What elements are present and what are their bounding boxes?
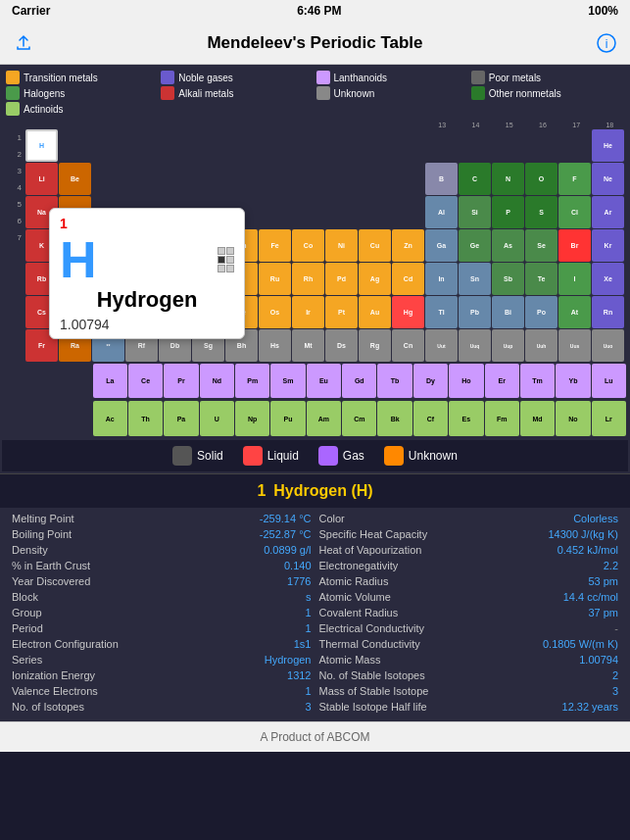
element-Po[interactable]: Po bbox=[525, 296, 557, 328]
element-Dy[interactable]: Dy bbox=[413, 364, 448, 398]
element-Sn[interactable]: Sn bbox=[459, 263, 491, 295]
element-Es[interactable]: Es bbox=[449, 401, 483, 435]
element-At[interactable]: At bbox=[558, 296, 591, 328]
element-Li[interactable]: Li bbox=[25, 163, 58, 195]
element-No[interactable]: No bbox=[556, 401, 590, 435]
element-U[interactable]: U bbox=[200, 401, 234, 435]
element-C[interactable]: C bbox=[459, 163, 491, 195]
element-Tb[interactable]: Tb bbox=[377, 364, 412, 398]
element-As[interactable]: As bbox=[492, 229, 524, 262]
element-Pu[interactable]: Pu bbox=[270, 401, 305, 435]
element-He[interactable]: He bbox=[592, 129, 624, 162]
element-P[interactable]: P bbox=[492, 196, 524, 228]
element-B[interactable]: B bbox=[425, 163, 458, 195]
element-Md[interactable]: Md bbox=[520, 401, 555, 435]
element-Pt[interactable]: Pt bbox=[325, 296, 358, 328]
element-Uuh[interactable]: Uuh bbox=[525, 329, 557, 362]
element-Cd[interactable]: Cd bbox=[392, 263, 424, 295]
element-Nd[interactable]: Nd bbox=[200, 364, 234, 398]
element-Cn[interactable]: Cn bbox=[392, 329, 424, 362]
element-H[interactable]: H bbox=[25, 129, 58, 162]
element-Uup[interactable]: Uup bbox=[492, 329, 524, 362]
element-Pm[interactable]: Pm bbox=[235, 364, 269, 398]
legend-transition: Transition metals bbox=[6, 71, 159, 84]
element-Np[interactable]: Np bbox=[235, 401, 269, 435]
element-Ce[interactable]: Ce bbox=[128, 364, 163, 398]
carrier-label: Carrier bbox=[12, 4, 50, 18]
element-Er[interactable]: Er bbox=[485, 364, 519, 398]
gas-dot bbox=[318, 446, 338, 466]
element-Pb[interactable]: Pb bbox=[459, 296, 491, 328]
popup-symbol: H bbox=[60, 234, 97, 285]
element-Au[interactable]: Au bbox=[359, 296, 391, 328]
element-Rn[interactable]: Rn bbox=[592, 296, 624, 328]
element-Gd[interactable]: Gd bbox=[342, 364, 376, 398]
info-atomic-mass: Atomic Mass 1.00794 bbox=[315, 653, 623, 667]
element-Ga[interactable]: Ga bbox=[425, 229, 458, 262]
element-Xe[interactable]: Xe bbox=[592, 263, 624, 295]
element-Uuo[interactable]: Uuo bbox=[592, 329, 624, 362]
share-button[interactable] bbox=[12, 31, 35, 55]
element-Ag[interactable]: Ag bbox=[359, 263, 391, 295]
element-Bi[interactable]: Bi bbox=[492, 296, 524, 328]
element-Ge[interactable]: Ge bbox=[459, 229, 491, 262]
element-S[interactable]: S bbox=[525, 196, 557, 228]
element-Bk[interactable]: Bk bbox=[377, 401, 412, 435]
element-Fe[interactable]: Fe bbox=[259, 229, 291, 262]
element-Si[interactable]: Si bbox=[459, 196, 491, 228]
element-In[interactable]: In bbox=[425, 263, 458, 295]
element-Ac[interactable]: Ac bbox=[93, 401, 127, 435]
element-Cl[interactable]: Cl bbox=[558, 196, 591, 228]
element-Am[interactable]: Am bbox=[307, 401, 341, 435]
element-Uuq[interactable]: Uuq bbox=[459, 329, 491, 362]
element-Pa[interactable]: Pa bbox=[164, 401, 198, 435]
element-Hg[interactable]: Hg bbox=[392, 296, 424, 328]
element-Ni[interactable]: Ni bbox=[325, 229, 358, 262]
element-Be[interactable]: Be bbox=[59, 163, 91, 195]
element-Lr[interactable]: Lr bbox=[592, 401, 626, 435]
element-Ru[interactable]: Ru bbox=[259, 263, 291, 295]
col-num-17: 17 bbox=[560, 122, 593, 128]
info-button[interactable]: i bbox=[595, 31, 618, 55]
element-Te[interactable]: Te bbox=[525, 263, 557, 295]
element-Uus[interactable]: Uus bbox=[558, 329, 591, 362]
element-Zn[interactable]: Zn bbox=[392, 229, 424, 262]
element-Yb[interactable]: Yb bbox=[556, 364, 590, 398]
element-Uut[interactable]: Uut bbox=[425, 329, 458, 362]
element-Ho[interactable]: Ho bbox=[449, 364, 483, 398]
element-Kr[interactable]: Kr bbox=[592, 229, 624, 262]
element-Ds[interactable]: Ds bbox=[325, 329, 358, 362]
element-Fm[interactable]: Fm bbox=[485, 401, 519, 435]
popup-mass: 1.00794 bbox=[60, 317, 234, 332]
element-I[interactable]: I bbox=[558, 263, 591, 295]
element-Pd[interactable]: Pd bbox=[325, 263, 358, 295]
element-Cm[interactable]: Cm bbox=[342, 401, 376, 435]
element-Tl[interactable]: Tl bbox=[425, 296, 458, 328]
element-Cf[interactable]: Cf bbox=[413, 401, 448, 435]
element-Lu[interactable]: Lu bbox=[592, 364, 626, 398]
element-Pr[interactable]: Pr bbox=[164, 364, 198, 398]
element-Ir[interactable]: Ir bbox=[292, 296, 324, 328]
col-num-18: 18 bbox=[594, 122, 626, 128]
element-Se[interactable]: Se bbox=[525, 229, 557, 262]
element-Hs[interactable]: Hs bbox=[259, 329, 291, 362]
element-Mt[interactable]: Mt bbox=[292, 329, 324, 362]
element-Th[interactable]: Th bbox=[128, 401, 163, 435]
element-N[interactable]: N bbox=[492, 163, 524, 195]
element-Br[interactable]: Br bbox=[558, 229, 591, 262]
element-Cu[interactable]: Cu bbox=[359, 229, 391, 262]
element-Tm[interactable]: Tm bbox=[520, 364, 555, 398]
element-Ar[interactable]: Ar bbox=[592, 196, 624, 228]
element-Rg[interactable]: Rg bbox=[359, 329, 391, 362]
element-Sm[interactable]: Sm bbox=[270, 364, 305, 398]
element-O[interactable]: O bbox=[525, 163, 557, 195]
element-Al[interactable]: Al bbox=[425, 196, 458, 228]
element-Sb[interactable]: Sb bbox=[492, 263, 524, 295]
element-Ne[interactable]: Ne bbox=[592, 163, 624, 195]
element-Os[interactable]: Os bbox=[259, 296, 291, 328]
element-Rh[interactable]: Rh bbox=[292, 263, 324, 295]
element-La[interactable]: La bbox=[93, 364, 127, 398]
element-F[interactable]: F bbox=[558, 163, 591, 195]
element-Eu[interactable]: Eu bbox=[307, 364, 341, 398]
element-Co[interactable]: Co bbox=[292, 229, 324, 262]
